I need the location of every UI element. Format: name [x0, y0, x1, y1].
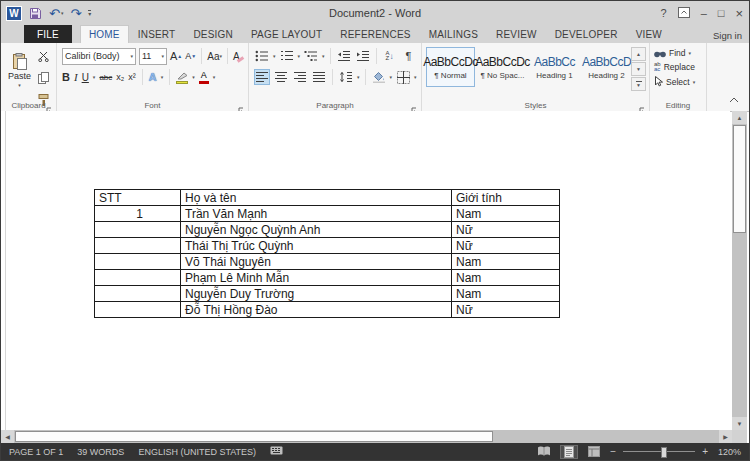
- minimize-button[interactable]: –: [701, 7, 707, 19]
- font-dialog-launcher[interactable]: [238, 101, 246, 109]
- language-indicator[interactable]: ENGLISH (UNITED STATES): [138, 447, 256, 457]
- font-color-button[interactable]: A: [199, 71, 209, 84]
- cell-gender[interactable]: Nam: [452, 254, 560, 270]
- shading-dropdown-icon[interactable]: ▾: [390, 74, 393, 80]
- help-button[interactable]: ?: [661, 7, 667, 19]
- word-logo-icon[interactable]: W: [6, 6, 22, 21]
- redo-button[interactable]: ↷: [70, 7, 81, 20]
- cut-button[interactable]: [38, 48, 49, 66]
- zoom-out-button[interactable]: −: [610, 446, 616, 457]
- header-cell-gender[interactable]: Giới tính: [452, 190, 560, 206]
- align-right-button[interactable]: [292, 69, 308, 85]
- styles-dialog-launcher[interactable]: [639, 101, 647, 109]
- word-count[interactable]: 39 WORDS: [77, 447, 124, 457]
- undo-button[interactable]: ↶ ▾: [49, 7, 63, 20]
- text-effects-button[interactable]: A: [149, 71, 157, 83]
- save-button[interactable]: [29, 7, 42, 20]
- cell-name[interactable]: Nguyễn Duy Trường: [181, 286, 452, 302]
- styles-scroll-up-button[interactable]: ▲: [631, 47, 646, 61]
- tab-insert[interactable]: INSERT: [129, 25, 185, 43]
- cell-name[interactable]: Võ Thái Nguyên: [181, 254, 452, 270]
- font-size-combo[interactable]: 11 ▾: [139, 48, 167, 65]
- subscript-button[interactable]: x₂: [116, 72, 124, 82]
- cell-stt[interactable]: [95, 222, 181, 238]
- zoom-level[interactable]: 120%: [715, 447, 741, 457]
- shading-button[interactable]: [371, 69, 387, 85]
- cell-gender[interactable]: Nữ: [452, 238, 560, 254]
- increase-indent-button[interactable]: [355, 48, 371, 64]
- scroll-down-button[interactable]: ▼: [732, 417, 747, 430]
- clipboard-dialog-launcher[interactable]: [46, 101, 54, 109]
- font-name-dropdown-icon[interactable]: ▾: [130, 53, 133, 59]
- superscript-button[interactable]: x²: [128, 72, 136, 82]
- style-heading-2[interactable]: AaBbCcD Heading 2: [582, 47, 631, 87]
- tab-view[interactable]: VIEW: [627, 25, 671, 43]
- tab-developer[interactable]: DEVELOPER: [546, 25, 627, 43]
- cell-name[interactable]: Trần Văn Mạnh: [181, 206, 452, 222]
- find-button[interactable]: Find ▾: [654, 48, 695, 58]
- italic-button[interactable]: I: [74, 71, 78, 83]
- cell-stt[interactable]: [95, 302, 181, 318]
- collapse-ribbon-button[interactable]: [729, 89, 739, 107]
- font-color-dropdown-icon[interactable]: ▾: [213, 74, 216, 80]
- paragraph-dialog-launcher[interactable]: [411, 101, 419, 109]
- cell-name[interactable]: Thái Thị Trúc Quỳnh: [181, 238, 452, 254]
- header-cell-name[interactable]: Họ và tên: [181, 190, 452, 206]
- multilevel-dropdown-icon[interactable]: ▾: [322, 53, 325, 59]
- clear-formatting-button[interactable]: A: [233, 51, 240, 62]
- customize-qat-button[interactable]: ▾: [88, 10, 91, 17]
- style-no-spacing[interactable]: AaBbCcDc ¶ No Spac...: [478, 47, 527, 87]
- macro-recorder-button[interactable]: [270, 446, 283, 457]
- cell-gender[interactable]: Nam: [452, 270, 560, 286]
- cell-gender[interactable]: Nam: [452, 206, 560, 222]
- cell-gender[interactable]: Nam: [452, 286, 560, 302]
- style-normal[interactable]: AaBbCcDc ¶ Normal: [426, 47, 475, 87]
- cell-stt[interactable]: 1: [95, 206, 181, 222]
- cell-name[interactable]: Nguyễn Ngọc Quỳnh Anh: [181, 222, 452, 238]
- cell-name[interactable]: Đỗ Thị Hồng Đào: [181, 302, 452, 318]
- line-spacing-button[interactable]: [338, 69, 354, 85]
- cell-stt[interactable]: [95, 238, 181, 254]
- horizontal-scroll-thumb[interactable]: [15, 431, 493, 442]
- grow-font-button[interactable]: A▲: [170, 50, 182, 62]
- numbering-dropdown-icon[interactable]: ▾: [298, 53, 301, 59]
- maximize-button[interactable]: □: [718, 7, 725, 19]
- shrink-font-button[interactable]: A▼: [185, 51, 196, 61]
- vertical-scrollbar[interactable]: ▲ ▼: [732, 111, 747, 430]
- change-case-button[interactable]: Aa ▾: [207, 51, 222, 62]
- highlight-color-button[interactable]: [176, 71, 188, 84]
- numbering-button[interactable]: [279, 48, 295, 64]
- multilevel-list-button[interactable]: [303, 48, 319, 64]
- justify-button[interactable]: [311, 69, 327, 85]
- close-button[interactable]: ×: [735, 6, 743, 21]
- paste-button[interactable]: Paste ▾: [4, 46, 35, 95]
- bullets-dropdown-icon[interactable]: ▾: [273, 53, 276, 59]
- undo-dropdown-icon[interactable]: ▾: [61, 7, 64, 20]
- bold-button[interactable]: B: [62, 71, 70, 83]
- align-left-button[interactable]: [254, 69, 270, 85]
- zoom-slider[interactable]: [623, 451, 695, 452]
- ribbon-display-options-button[interactable]: [678, 7, 690, 20]
- change-case-dropdown-icon[interactable]: ▾: [220, 53, 223, 59]
- scroll-left-button[interactable]: ◀: [1, 430, 14, 443]
- cell-stt[interactable]: [95, 254, 181, 270]
- tab-home[interactable]: HOME: [80, 25, 129, 43]
- cell-stt[interactable]: [95, 286, 181, 302]
- cell-name[interactable]: Phạm Lê Minh Mẫn: [181, 270, 452, 286]
- scroll-up-button[interactable]: ▲: [732, 111, 747, 124]
- data-table[interactable]: STT Họ và tên Giới tính 1 Trần Văn Mạnh …: [94, 189, 560, 318]
- copy-button[interactable]: [38, 70, 49, 88]
- decrease-indent-button[interactable]: [336, 48, 352, 64]
- line-spacing-dropdown-icon[interactable]: ▾: [357, 74, 360, 80]
- paste-dropdown-icon[interactable]: ▾: [18, 82, 21, 88]
- sort-button[interactable]: AZ ↓: [382, 48, 398, 64]
- sign-in-link[interactable]: Sign in: [713, 30, 742, 41]
- text-effects-dropdown-icon[interactable]: ▾: [161, 74, 164, 80]
- horizontal-scrollbar[interactable]: ◀ ▶: [1, 430, 732, 443]
- styles-scroll-down-button[interactable]: ▼: [631, 62, 646, 76]
- cell-stt[interactable]: [95, 270, 181, 286]
- tab-review[interactable]: REVIEW: [487, 25, 546, 43]
- strikethrough-button[interactable]: abc: [99, 73, 112, 82]
- scroll-right-button[interactable]: ▶: [719, 430, 732, 443]
- tab-references[interactable]: REFERENCES: [331, 25, 419, 43]
